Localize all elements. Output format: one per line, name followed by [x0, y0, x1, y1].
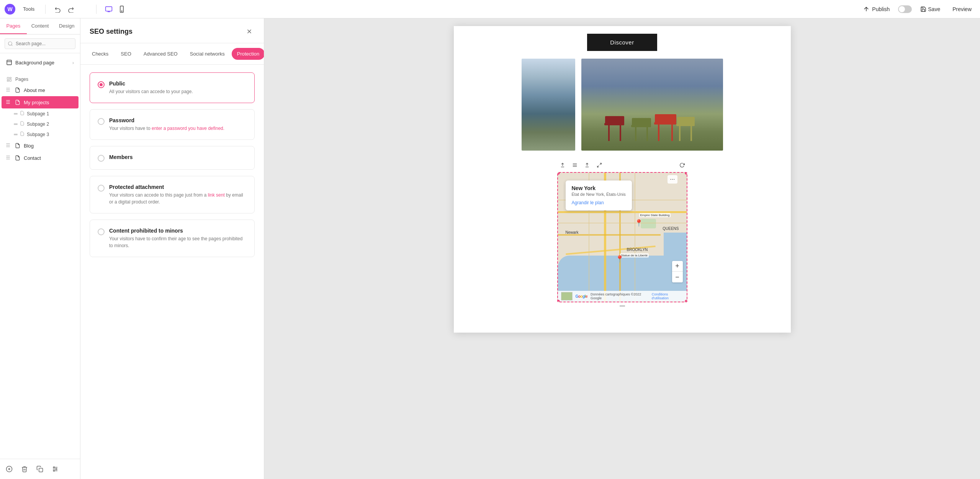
tools-menu[interactable]: Tools	[20, 5, 39, 13]
contact-label: Contact	[24, 155, 41, 161]
map-zoom-out-button[interactable]: −	[672, 272, 683, 282]
google-logo: Google	[576, 294, 587, 299]
password-link[interactable]: enter a password you have defined.	[152, 126, 224, 131]
discover-label: Discover	[610, 39, 634, 46]
drag-handle-subpage3	[14, 134, 18, 135]
map-expand-link[interactable]: Agrandir le plan	[572, 200, 604, 205]
seo-tab-advanced-seo[interactable]: Advanced SEO	[138, 48, 183, 60]
public-option-content: Public All your visitors can accede to y…	[109, 80, 247, 95]
password-option-title: Password	[109, 117, 247, 123]
protection-option-password[interactable]: Password Your visitors have to enter a p…	[90, 109, 255, 140]
search-input[interactable]	[5, 38, 75, 49]
map-align-center-button[interactable]	[569, 160, 580, 171]
publish-icon	[863, 6, 870, 13]
my-projects-label: My projects	[24, 100, 49, 105]
map-align-left-button[interactable]	[557, 160, 568, 171]
radio-content-prohibited	[98, 228, 105, 235]
map-zoom-controls: + −	[672, 261, 683, 282]
subpage2-icon	[20, 121, 25, 127]
map-stretch-button[interactable]	[594, 160, 605, 171]
subpage-item-3[interactable]: Subpage 3	[9, 129, 79, 139]
map-reset-button[interactable]	[677, 160, 687, 171]
attachment-link[interactable]: link sent	[208, 192, 225, 198]
svg-rect-18	[620, 124, 621, 141]
redo-button[interactable]	[65, 3, 77, 15]
protection-option-members[interactable]: Members	[90, 146, 255, 170]
svg-rect-25	[658, 123, 659, 141]
svg-rect-10	[39, 468, 43, 472]
map-resize-handle[interactable]	[618, 305, 626, 307]
content-prohibited-desc: Your visitors have to confirm their age …	[109, 235, 247, 249]
protected-attachment-desc: Your visitors can accede to this page ju…	[109, 192, 247, 205]
more-button[interactable]	[78, 3, 90, 15]
gallery-image-1	[522, 59, 575, 151]
content-prohibited-title: Content prohibited to minors	[109, 228, 247, 234]
delete-page-button[interactable]	[18, 463, 31, 475]
corner-handle-bl[interactable]	[557, 300, 560, 302]
save-button[interactable]: Save	[916, 4, 944, 15]
members-option-content: Members	[109, 154, 247, 162]
svg-rect-20	[605, 116, 624, 124]
protection-option-content-prohibited[interactable]: Content prohibited to minors Your visito…	[90, 220, 255, 257]
blog-label: Blog	[24, 143, 34, 149]
discover-button[interactable]: Discover	[587, 34, 657, 51]
image-gallery	[454, 59, 791, 158]
protection-option-protected-attachment[interactable]: Protected attachment Your visitors can a…	[90, 176, 255, 213]
seo-tab-seo[interactable]: SEO	[115, 48, 136, 60]
password-option-desc: Your visitors have to enter a password y…	[109, 125, 247, 132]
toggle-switch[interactable]	[898, 5, 912, 13]
sidebar-item-contact[interactable]: Contact	[2, 152, 79, 164]
seo-close-button[interactable]	[244, 26, 255, 37]
pages-section-label: Pages	[15, 77, 28, 82]
save-label: Save	[928, 6, 940, 12]
divider-2	[96, 5, 97, 14]
protection-option-public[interactable]: Public All your visitors can accede to y…	[90, 72, 255, 103]
sidebar-item-blog[interactable]: Blog	[2, 139, 79, 152]
corner-handle-br[interactable]	[685, 300, 687, 302]
background-page-icon	[6, 59, 12, 66]
page-search-section	[0, 34, 80, 53]
radio-public-inner	[100, 83, 103, 86]
svg-rect-29	[679, 125, 681, 141]
map-pin-empire: 📍	[635, 219, 643, 227]
subpages-list: Subpage 1 Subpage 2	[0, 108, 80, 139]
subpage-item-1[interactable]: Subpage 1	[9, 108, 79, 119]
drag-handle-contact	[6, 156, 11, 160]
map-zoom-in-button[interactable]: +	[672, 261, 683, 272]
seo-tab-checks[interactable]: Checks	[87, 48, 114, 60]
seo-tab-social-networks[interactable]: Social networks	[185, 48, 230, 60]
map-wrapper[interactable]: ···	[557, 172, 687, 302]
main-layout: Pages Content Design Background page ›	[0, 18, 980, 479]
map-align-right-button[interactable]	[582, 160, 592, 171]
canvas-area: Discover	[264, 18, 980, 479]
preview-button[interactable]: Preview	[949, 4, 975, 15]
desktop-view-button[interactable]	[103, 3, 115, 15]
duplicate-page-button[interactable]	[34, 463, 46, 475]
seo-title: SEO settings	[90, 28, 133, 36]
map-widget-container: ···	[557, 158, 687, 302]
svg-rect-5	[7, 77, 9, 79]
publish-button[interactable]: Publish	[859, 3, 893, 15]
tab-design[interactable]: Design	[53, 18, 80, 34]
sidebar-item-my-projects[interactable]: My projects	[2, 96, 79, 108]
canvas-content: Discover	[454, 26, 791, 333]
map-terms-link[interactable]: Conditions d'utilisation	[652, 292, 684, 300]
mobile-view-button[interactable]	[116, 3, 128, 15]
drag-handle-subpage2	[14, 123, 18, 125]
sidebar-item-background-page[interactable]: Background page ›	[2, 56, 79, 69]
subpage2-label: Subpage 2	[27, 121, 49, 127]
content-prohibited-option-content: Content prohibited to minors Your visito…	[109, 228, 247, 249]
add-page-button[interactable]	[3, 463, 15, 475]
subpage-item-2[interactable]: Subpage 2	[9, 119, 79, 129]
tab-content[interactable]: Content	[27, 18, 54, 34]
undo-button[interactable]	[52, 3, 64, 15]
svg-rect-0	[106, 7, 112, 11]
seo-tab-protection[interactable]: Protection	[232, 48, 264, 60]
map-popup: New York État de New York, États-Unis Ag…	[566, 180, 632, 210]
map-options-button[interactable]: ···	[668, 175, 677, 184]
about-me-label: About me	[24, 87, 45, 93]
svg-rect-17	[608, 124, 610, 141]
page-settings-button[interactable]	[49, 463, 61, 475]
sidebar-item-about-me[interactable]: About me	[2, 84, 79, 96]
tab-pages[interactable]: Pages	[0, 18, 27, 34]
